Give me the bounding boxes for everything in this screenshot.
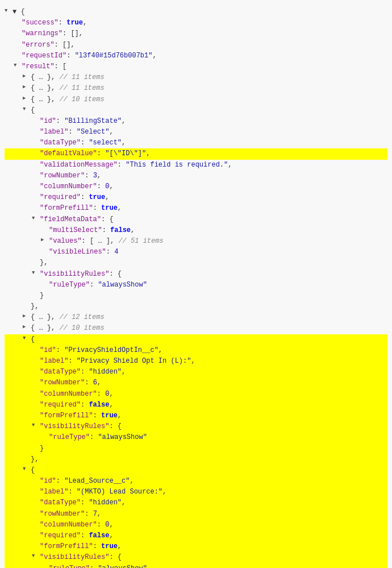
token-punct: : {	[109, 421, 122, 432]
toggle-icon[interactable]: ▼	[23, 334, 31, 342]
token-key: "visibilityRules"	[40, 552, 109, 563]
json-line: "label": "Select",	[5, 127, 387, 138]
json-line: }	[5, 291, 387, 301]
toggle-icon[interactable]: ▼	[32, 269, 40, 277]
json-line: "dataType": "hidden",	[5, 497, 387, 508]
token-key: "required"	[40, 530, 81, 541]
toggle-icon[interactable]: ▼	[32, 552, 40, 560]
json-line: "success": true,	[5, 18, 387, 28]
token-number: 7	[93, 509, 97, 520]
token-key: "columnNumber"	[40, 520, 97, 530]
toggle-icon[interactable]: ▶	[23, 72, 31, 80]
json-line: "errors": [],	[5, 40, 387, 51]
token-bool: true	[101, 203, 118, 214]
toggle-icon[interactable]: ▼	[14, 61, 22, 69]
token-punct: :	[59, 18, 66, 28]
token-comment: // 10 items	[55, 94, 104, 105]
token-punct: :	[81, 530, 89, 541]
token-punct: {	[31, 105, 35, 116]
token-punct: :	[85, 509, 93, 520]
toggle-icon[interactable]: ▼	[5, 7, 12, 15]
json-line: "columnNumber": 0,	[5, 520, 387, 530]
json-line: "dataType": "select",	[5, 138, 387, 148]
token-punct: :	[93, 411, 101, 421]
json-line: ▶ { … }, // 12 items	[5, 312, 387, 323]
token-key: "formPrefill"	[40, 411, 93, 421]
token-string: "alwaysShow"	[98, 280, 147, 291]
token-punct: : [ … ],	[82, 236, 115, 247]
token-punct: { … },	[31, 94, 55, 105]
token-key: "defaultValue"	[40, 148, 97, 159]
token-key: "requestId"	[22, 51, 66, 61]
json-line: "columnNumber": 0,	[5, 389, 387, 400]
token-key: "multiSelect"	[49, 225, 102, 236]
token-string: "BillingState"	[64, 116, 122, 127]
token-punct: :	[90, 563, 98, 568]
token-punct: ,	[105, 192, 109, 203]
token-punct: }	[40, 443, 44, 454]
token-key: "validationMessage"	[40, 160, 118, 171]
token-punct: ,	[191, 356, 195, 367]
token-punct: :	[56, 345, 64, 356]
token-punct: ,	[97, 378, 101, 388]
token-punct: :	[97, 148, 105, 159]
toggle-icon[interactable]: ▶	[41, 236, 49, 244]
json-line: "columnNumber": 0,	[5, 181, 387, 192]
token-key: "label"	[40, 127, 68, 138]
token-string: "Privacy Shield Opt In (L):"	[77, 356, 191, 367]
json-line: "required": false,	[5, 400, 387, 411]
token-punct: :	[85, 171, 93, 181]
token-punct: ,	[109, 530, 113, 541]
token-key: "ruleType"	[49, 563, 90, 568]
toggle-icon[interactable]: ▼	[23, 105, 31, 113]
token-key: "warnings"	[22, 28, 62, 39]
token-string: "Select"	[77, 127, 110, 138]
json-line: ▼ ▼ {	[5, 7, 387, 18]
json-line: ▶ { … }, // 11 items	[5, 83, 387, 94]
token-bool: true	[89, 192, 105, 203]
token-key: "label"	[40, 487, 68, 497]
toggle-icon[interactable]: ▼	[23, 465, 31, 473]
json-line: "label": "Privacy Shield Opt In (L):",	[5, 356, 387, 367]
token-punct: { … },	[31, 83, 55, 94]
token-key: "errors"	[22, 40, 55, 51]
token-punct: :	[118, 160, 126, 171]
token-punct: ,	[122, 497, 126, 508]
token-bool-false: false	[89, 400, 109, 411]
token-key: "required"	[40, 192, 81, 203]
token-key: "ruleType"	[49, 280, 90, 291]
token-punct: :	[81, 367, 89, 378]
token-punct: :	[106, 247, 114, 258]
json-line: "multiSelect": false,	[5, 225, 387, 236]
token-punct: : [],	[55, 40, 75, 51]
token-punct: : {	[109, 269, 122, 280]
token-key: "formPrefill"	[40, 541, 93, 552]
json-line: "formPrefill": true,	[5, 541, 387, 552]
json-line: "rowNumber": 3,	[5, 171, 387, 181]
token-comment: // 11 items	[55, 83, 104, 94]
token-punct: ,	[228, 160, 232, 171]
token-punct: },	[31, 301, 39, 312]
json-line: "formPrefill": true,	[5, 203, 387, 214]
toggle-icon[interactable]: ▶	[23, 323, 31, 331]
toggle-icon[interactable]: ▶	[23, 94, 31, 102]
token-number: 0	[105, 520, 109, 530]
toggle-icon[interactable]: ▶	[23, 312, 31, 320]
json-line: "rowNumber": 6,	[5, 378, 387, 388]
toggle-icon[interactable]: ▼	[32, 214, 40, 222]
token-punct: ,	[118, 203, 122, 214]
token-comment: // 51 items	[114, 236, 163, 247]
token-bool-false: false	[89, 530, 109, 541]
toggle-icon[interactable]: ▶	[23, 83, 31, 91]
token-key: "formPrefill"	[40, 203, 93, 214]
toggle-icon[interactable]: ▼	[32, 421, 40, 429]
token-punct: ,	[122, 138, 126, 148]
token-punct: ,	[109, 127, 113, 138]
json-line: "dataType": "hidden",	[5, 367, 387, 378]
token-punct: ,	[162, 487, 166, 497]
token-key: "ruleType"	[49, 432, 90, 443]
json-line: ▶ { … }, // 10 items	[5, 94, 387, 105]
token-punct: :	[56, 116, 64, 127]
json-line: ▼ "visibilityRules": {	[5, 269, 387, 280]
token-punct: ,	[130, 476, 134, 487]
